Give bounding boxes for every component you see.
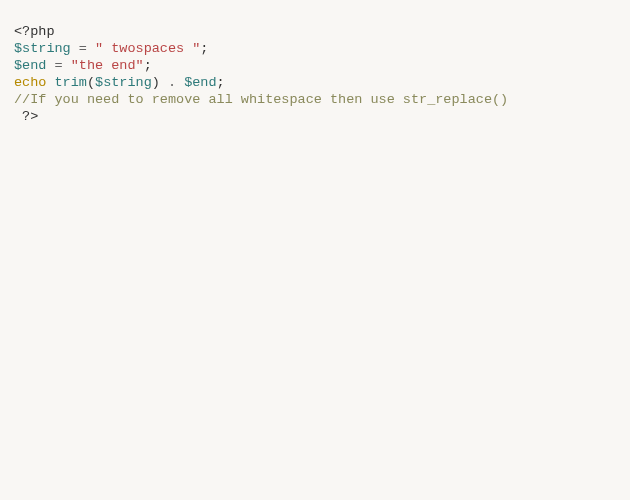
lparen: (: [87, 75, 95, 90]
code-block: <?php $string = " twospaces "; $end = "t…: [0, 0, 630, 131]
assign-op: =: [46, 58, 70, 73]
rparen: ): [152, 75, 160, 90]
php-open-tag: <?php: [14, 24, 55, 39]
variable-string-arg: $string: [95, 75, 152, 90]
string-literal: " twospaces ": [95, 41, 200, 56]
assign-op: =: [71, 41, 95, 56]
semicolon: ;: [217, 75, 225, 90]
trim-function: trim: [55, 75, 87, 90]
leading-space: [14, 109, 22, 124]
variable-end: $end: [14, 58, 46, 73]
variable-string: $string: [14, 41, 71, 56]
string-literal: "the end": [71, 58, 144, 73]
semicolon: ;: [200, 41, 208, 56]
concat-op: .: [160, 75, 184, 90]
echo-keyword: echo: [14, 75, 46, 90]
variable-end-ref: $end: [184, 75, 216, 90]
php-close-tag: ?>: [22, 109, 38, 124]
comment-line: //If you need to remove all whitespace t…: [14, 92, 508, 107]
semicolon: ;: [144, 58, 152, 73]
space: [46, 75, 54, 90]
